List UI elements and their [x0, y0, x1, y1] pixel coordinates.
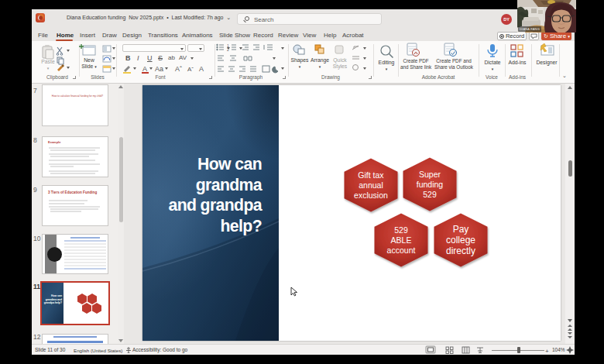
svg-text:Gift tax: Gift tax — [358, 170, 384, 180]
svg-text:annual: annual — [359, 180, 383, 190]
svg-text:ABLE: ABLE — [391, 235, 412, 245]
svg-text:account: account — [387, 246, 416, 255]
svg-text:Super: Super — [419, 170, 441, 179]
svg-text:funding: funding — [417, 180, 444, 189]
svg-text:college: college — [446, 235, 475, 246]
svg-text:529: 529 — [394, 225, 408, 235]
svg-text:A: A — [199, 65, 204, 73]
svg-text:A: A — [142, 65, 147, 73]
svg-text:Pay: Pay — [453, 224, 469, 235]
svg-text:Aa: Aa — [155, 65, 163, 73]
svg-text:529: 529 — [423, 190, 437, 199]
svg-text:directly: directly — [446, 246, 475, 256]
svg-text:exclusion: exclusion — [354, 191, 388, 200]
svg-text:Aˇ: Aˇ — [187, 66, 194, 73]
svg-text:Aˆ: Aˆ — [175, 65, 182, 73]
